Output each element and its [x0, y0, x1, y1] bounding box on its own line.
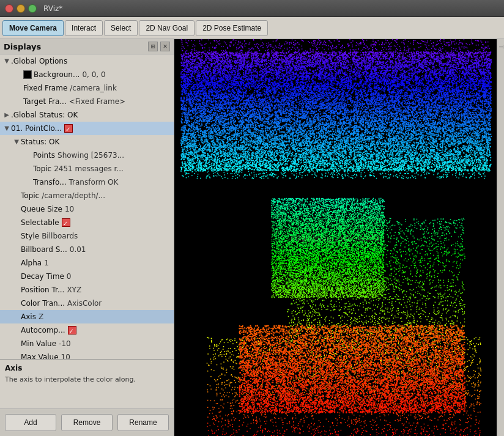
tree-label-21: Min Value — [21, 338, 56, 349]
tree-label-19: Axis — [21, 311, 36, 322]
tree-value-18: AxisColor — [67, 298, 102, 309]
tree-label-6: Status: OK — [21, 136, 59, 147]
bottom-btn-remove[interactable]: Remove — [61, 414, 113, 431]
tree-item-20[interactable]: Autocomp... — [0, 323, 174, 337]
tree-label-22: Max Value — [21, 352, 59, 359]
tree-value-9: Transform OK — [69, 177, 119, 188]
tree-item-17[interactable]: Position Tr...XYZ — [0, 283, 174, 297]
pointcloud-canvas — [174, 39, 497, 436]
tree-arrow-5[interactable]: ▼ — [2, 123, 11, 134]
tree[interactable]: ▼.Global OptionsBackgroun...0, 0, 0Fixed… — [0, 54, 174, 359]
tree-item-10[interactable]: Topic/camera/depth/... — [0, 189, 174, 202]
tree-label-0: .Global Options — [11, 56, 67, 67]
tree-label-18: Color Tran... — [21, 298, 65, 309]
tree-value-3: <Fixed Frame> — [69, 96, 125, 107]
tree-label-15: Alpha — [21, 257, 42, 268]
tree-label-17: Position Tr... — [21, 284, 64, 295]
right-edge: T — [497, 39, 504, 436]
tree-label-3: Target Fra... — [23, 96, 67, 107]
tree-arrow-6[interactable]: ▼ — [12, 136, 21, 147]
tree-item-14[interactable]: Billboard S...0.01 — [0, 243, 174, 256]
tree-label-11: Queue Size — [21, 204, 62, 215]
tree-value-2: /camera_link — [70, 83, 117, 94]
window-title: RViz* — [43, 4, 62, 13]
displays-title: Displays — [4, 42, 41, 51]
info-title: Axis — [5, 364, 169, 372]
toolbar-btn-2d-nav-goal[interactable]: 2D Nav Goal — [139, 20, 195, 36]
tree-label-2: Fixed Frame — [23, 83, 67, 94]
tree-item-7[interactable]: PointsShowing [25673... — [0, 149, 174, 162]
info-description: The axis to interpolate the color along. — [5, 375, 169, 384]
tree-value-1: 0, 0, 0 — [82, 69, 105, 80]
tree-item-15[interactable]: Alpha1 — [0, 256, 174, 270]
tree-item-21[interactable]: Min Value-10 — [0, 337, 174, 350]
tree-item-13[interactable]: StyleBillboards — [0, 229, 174, 243]
tree-item-3[interactable]: Target Fra...<Fixed Frame> — [0, 95, 174, 108]
tree-value-8: 2451 messages r... — [54, 163, 124, 174]
maximize-button[interactable] — [28, 4, 37, 13]
tree-value-17: XYZ — [67, 284, 81, 295]
tree-item-6[interactable]: ▼Status: OK — [0, 135, 174, 149]
tree-value-7: Showing [25673... — [57, 150, 124, 161]
tree-item-9[interactable]: Transfo...Transform OK — [0, 176, 174, 189]
tree-item-2[interactable]: Fixed Frame/camera_link — [0, 81, 174, 95]
tree-label-1: Backgroun... — [34, 69, 80, 80]
bottom-btn-rename[interactable]: Rename — [117, 414, 169, 431]
tree-label-7: Points — [33, 150, 55, 161]
tree-label-8: Topic — [33, 163, 51, 174]
tree-arrow-0[interactable]: ▼ — [2, 56, 11, 67]
displays-header: Displays ⊞ ✕ — [0, 39, 174, 54]
bottom-buttons: AddRemoveRename — [0, 408, 174, 436]
header-icon-config[interactable]: ⊞ — [148, 42, 158, 51]
color-swatch-1[interactable] — [23, 70, 32, 79]
tree-value-16: 0 — [67, 271, 72, 282]
header-icon-close[interactable]: ✕ — [160, 42, 170, 51]
tree-item-1[interactable]: Backgroun...0, 0, 0 — [0, 68, 174, 81]
tree-item-0[interactable]: ▼.Global Options — [0, 54, 174, 68]
tree-item-5[interactable]: ▼01. PointClo... — [0, 122, 174, 135]
tree-item-4[interactable]: ▶.Global Status: OK — [0, 108, 174, 122]
tree-value-15: 1 — [44, 257, 49, 268]
titlebar: RViz* — [0, 0, 504, 17]
minimize-button[interactable] — [17, 4, 25, 13]
tree-item-11[interactable]: Queue Size10 — [0, 202, 174, 216]
toolbar-btn-move-camera[interactable]: Move Camera — [2, 20, 64, 36]
tree-item-22[interactable]: Max Value10 — [0, 350, 174, 359]
tree-value-13: Billboards — [42, 231, 78, 242]
left-panel: Displays ⊞ ✕ ▼.Global OptionsBackgroun..… — [0, 39, 174, 436]
bottom-btn-add[interactable]: Add — [5, 414, 56, 431]
tree-value-14: 0.01 — [70, 244, 86, 255]
tree-label-4: .Global Status: OK — [11, 109, 78, 120]
main-area: Displays ⊞ ✕ ▼.Global OptionsBackgroun..… — [0, 39, 504, 436]
tree-value-19: Z — [39, 311, 43, 322]
tree-value-11: 10 — [65, 204, 74, 215]
tree-item-12[interactable]: Selectable — [0, 216, 174, 229]
tree-value-10: /camera/depth/... — [42, 190, 105, 201]
info-box: Axis The axis to interpolate the color a… — [0, 360, 174, 408]
tree-label-9: Transfo... — [33, 177, 67, 188]
tree-item-18[interactable]: Color Tran...AxisColor — [0, 297, 174, 310]
tree-item-19[interactable]: AxisZ — [0, 310, 174, 323]
toolbar: Move CameraInteractSelect2D Nav Goal2D P… — [0, 17, 504, 39]
tree-value-22: 10 — [61, 352, 70, 359]
tree-value-21: -10 — [59, 338, 71, 349]
tree-label-12: Selectable — [21, 217, 59, 228]
tree-label-13: Style — [21, 231, 39, 242]
header-icons: ⊞ ✕ — [148, 42, 170, 51]
toolbar-btn-2d-pose-estimate[interactable]: 2D Pose Estimate — [196, 20, 268, 36]
viewport[interactable]: http://blog.csdn.net/ho — [174, 39, 497, 436]
close-button[interactable] — [5, 4, 13, 13]
right-edge-label: T — [498, 45, 504, 49]
tree-item-8[interactable]: Topic2451 messages r... — [0, 162, 174, 176]
tree-label-20: Autocomp... — [21, 325, 65, 336]
tree-label-10: Topic — [21, 190, 39, 201]
tree-label-16: Decay Time — [21, 271, 64, 282]
toolbar-btn-select[interactable]: Select — [104, 20, 138, 36]
tree-checkbox-5[interactable] — [64, 124, 73, 133]
tree-label-5: 01. PointClo... — [11, 123, 62, 134]
tree-checkbox-20[interactable] — [68, 326, 76, 334]
toolbar-btn-interact[interactable]: Interact — [65, 20, 103, 36]
tree-checkbox-12[interactable] — [62, 218, 70, 227]
tree-arrow-4[interactable]: ▶ — [2, 109, 11, 120]
tree-item-16[interactable]: Decay Time0 — [0, 270, 174, 283]
